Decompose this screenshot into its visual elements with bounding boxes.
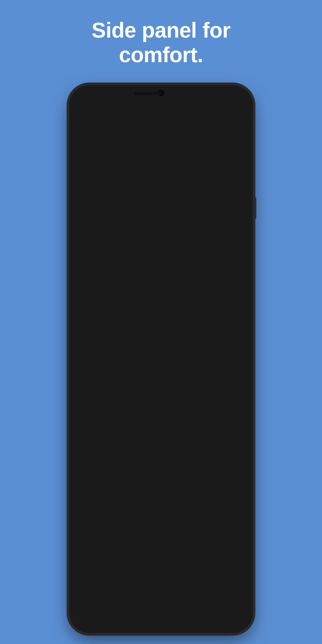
music-note-icon: ♪ bbox=[82, 267, 94, 277]
menu-item-radio-energy[interactable]: ♪ Radio Energy bbox=[74, 191, 204, 214]
menu-item-metro-dance[interactable]: ♪ Metro Dance Radio bbox=[74, 260, 204, 284]
menu-item-avto-radio[interactable]: ♪ Avto Radio bbox=[74, 214, 204, 237]
svg-point-9 bbox=[226, 118, 230, 123]
svg-rect-2 bbox=[212, 106, 213, 108]
flag-green-stripe bbox=[74, 131, 204, 149]
phone-mockup: 11:28 🖼 bbox=[69, 85, 253, 633]
music-note-icon: ♪ bbox=[82, 198, 94, 207]
hero-title-line2: comfort. bbox=[92, 42, 230, 67]
photo-icon: 🖼 bbox=[99, 102, 105, 109]
grid-icon bbox=[82, 174, 92, 184]
svg-rect-8 bbox=[236, 104, 238, 106]
svg-rect-7 bbox=[240, 105, 242, 106]
svg-line-10 bbox=[230, 122, 232, 125]
flag-white-stripe bbox=[74, 113, 204, 131]
music-note-icon: ♪ bbox=[82, 221, 94, 230]
svg-line-1 bbox=[195, 105, 196, 107]
battery-display: 59% bbox=[222, 102, 232, 108]
menu-item-radio-city[interactable]: ♪ Radio City bbox=[74, 284, 204, 307]
music-note-icon: ♪ bbox=[82, 337, 94, 346]
svg-line-0 bbox=[195, 104, 196, 105]
info-icon[interactable] bbox=[237, 118, 245, 125]
right-top-actions bbox=[204, 113, 248, 130]
menu-label-radio-1: Радио 1 bbox=[102, 314, 132, 323]
menu-item-radio-viva[interactable]: ♪ Radio Viva bbox=[74, 330, 204, 354]
music-note-icon: ♪ bbox=[82, 314, 94, 323]
svg-rect-4 bbox=[215, 104, 216, 108]
side-panel: Radio Bulgaria Radio Bulgaria ♪ bbox=[74, 113, 204, 621]
menu-label-radio-bulgaria: Radio Bulgaria bbox=[100, 174, 152, 183]
menu-item-radio-1[interactable]: ♪ Радио 1 bbox=[74, 307, 204, 330]
hero-title-line1: Side panel for bbox=[92, 18, 230, 42]
menu-label-radio-energy: Radio Energy bbox=[102, 198, 150, 207]
svg-point-16 bbox=[242, 552, 243, 552]
status-icons: 59% bbox=[194, 102, 242, 108]
menu-label-radio-nova: Radio Nova bbox=[102, 360, 144, 370]
menu-label-metro-dance: Metro Dance Radio bbox=[102, 267, 171, 276]
svg-rect-3 bbox=[214, 105, 215, 108]
menu-item-radio-nova[interactable]: ♪ Radio Nova bbox=[74, 354, 204, 377]
menu-item-radio-bulgaria[interactable]: Radio Bulgaria bbox=[74, 167, 204, 191]
menu-item-radio-veronika[interactable]: ♪ Радио Вероника bbox=[74, 237, 204, 260]
svg-point-13 bbox=[240, 120, 242, 120]
status-bar: 11:28 🖼 bbox=[74, 98, 248, 113]
menu-label-radio-veronika: Радио Вероника bbox=[102, 244, 163, 253]
country-name: Radio Bulgaria bbox=[82, 152, 148, 163]
learn-more-label: ARN MORE bbox=[215, 594, 242, 600]
menu-label-avto-radio: Avto Radio bbox=[102, 221, 141, 230]
music-note-icon: ♪ bbox=[82, 244, 94, 254]
status-time: 11:28 🖼 bbox=[80, 102, 105, 109]
phone-screen: 11:28 🖼 bbox=[74, 98, 248, 621]
search-icon[interactable] bbox=[225, 118, 233, 125]
wifi-icon bbox=[202, 103, 209, 108]
time-display: 11:28 bbox=[80, 102, 96, 109]
phone-notch bbox=[123, 85, 199, 98]
menu-label-radio-city: Radio City bbox=[102, 290, 139, 300]
menu-label-radio-viva: Radio Viva bbox=[102, 337, 140, 346]
phone-side-button bbox=[253, 197, 256, 219]
signal-icon bbox=[212, 103, 218, 108]
station-info-icon[interactable] bbox=[239, 550, 246, 558]
station-thumb-1: аДВ bbox=[204, 130, 248, 188]
svg-rect-5 bbox=[217, 103, 218, 108]
phone-speaker bbox=[134, 92, 161, 95]
bluetooth-icon bbox=[194, 102, 199, 108]
flag-red-stripe: Radio Bulgaria bbox=[74, 149, 204, 167]
learn-more-button[interactable]: ARN MORE bbox=[211, 591, 246, 603]
hero-heading: Side panel for comfort. bbox=[92, 18, 230, 67]
side-menu: Radio Bulgaria ♪ Radio Energy ♪ Avto Rad… bbox=[74, 167, 204, 377]
battery-icon bbox=[235, 104, 242, 107]
music-note-icon: ♪ bbox=[82, 360, 94, 370]
bottom-info-text: 24-hour bbox=[230, 578, 247, 585]
right-panel: аДВ IC 24-hour ARN MORE bbox=[204, 113, 248, 621]
flag-header: Radio Bulgaria bbox=[74, 113, 204, 167]
station-thumb-2: IC bbox=[204, 190, 248, 248]
music-note-icon: ♪ bbox=[82, 290, 94, 300]
